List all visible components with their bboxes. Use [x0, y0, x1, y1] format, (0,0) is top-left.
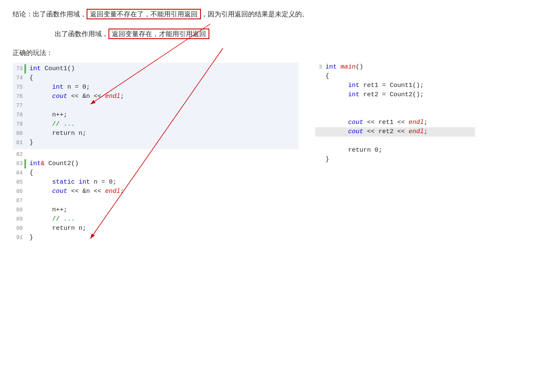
- code-line-73: 73 int Count1(): [13, 64, 298, 74]
- code-line-81: 81 }: [13, 138, 298, 147]
- code-line-88: 88 n++;: [13, 205, 298, 215]
- conclusion-prefix2: 出了函数作用域，: [55, 30, 108, 37]
- right-line-empty2: [315, 109, 475, 118]
- code-line-78: 78 n++;: [13, 110, 298, 120]
- conclusion-prefix1: 结论：出了函数作用域，: [13, 11, 87, 18]
- count2-block: 83 int& Count2() 84 { 85 static int n = …: [13, 159, 298, 242]
- conclusion-suffix1: ，因为引用返回的结果是未定义的。: [201, 11, 309, 18]
- right-line-cout-ret1: cout << ret1 << endl;: [315, 118, 475, 127]
- code-line-83: 83 int& Count2(): [13, 159, 298, 168]
- right-code-panel: 3 int main() { int ret1 = Count1(); int …: [315, 63, 475, 242]
- code-line-79: 79 // ...: [13, 120, 298, 129]
- left-code-panel: 73 int Count1() 74 { 75 int n = 0;: [13, 63, 298, 242]
- right-line-return0: return 0;: [315, 146, 475, 155]
- right-line-empty3: [315, 137, 475, 146]
- conclusion-line2: 出了函数作用域，返回变量存在，才能用引用返回: [55, 28, 539, 40]
- code-line-76: 76 cout << &n << endl;: [13, 92, 298, 101]
- code-line-75: 75 int n = 0;: [13, 83, 298, 92]
- main-content: 73 int Count1() 74 { 75 int n = 0;: [13, 63, 539, 242]
- code-line-87: 87: [13, 196, 298, 205]
- code-line-86: 86 cout << &n << endl;: [13, 187, 298, 196]
- code-line-89: 89 // ...: [13, 215, 298, 224]
- code-line-91: 91 }: [13, 233, 298, 242]
- code-line-84: 84 {: [13, 168, 298, 178]
- code-line-82: 82: [13, 150, 298, 159]
- right-line-ret2: int ret2 = Count2();: [315, 90, 475, 100]
- page-container: 结论：出了函数作用域，返回变量不存在了，不能用引用返回，因为引用返回的结果是未定…: [13, 8, 539, 242]
- code-line-90: 90 return n;: [13, 224, 298, 233]
- count1-block: 73 int Count1() 74 { 75 int n = 0;: [13, 63, 298, 149]
- conclusion-highlight2: 返回变量存在，才能用引用返回: [108, 29, 209, 39]
- conclusion-line1: 结论：出了函数作用域，返回变量不存在了，不能用引用返回，因为引用返回的结果是未定…: [13, 8, 539, 21]
- code-line-74: 74 {: [13, 74, 298, 83]
- code-line-77: 77: [13, 101, 298, 110]
- right-line-ret1: int ret1 = Count1();: [315, 81, 475, 90]
- right-line-close: }: [315, 155, 475, 164]
- right-line-empty1: [315, 100, 475, 109]
- code-line-85: 85 static int n = 0;: [13, 178, 298, 187]
- right-line-open: {: [315, 72, 475, 81]
- conclusion-highlight1: 返回变量不存在了，不能用引用返回: [87, 9, 201, 19]
- right-line-main: 3 int main(): [315, 63, 475, 72]
- right-line-cout-ret2: cout << ret2 << endl;: [315, 127, 475, 137]
- correct-label: 正确的玩法：: [13, 49, 539, 58]
- code-line-80: 80 return n;: [13, 129, 298, 138]
